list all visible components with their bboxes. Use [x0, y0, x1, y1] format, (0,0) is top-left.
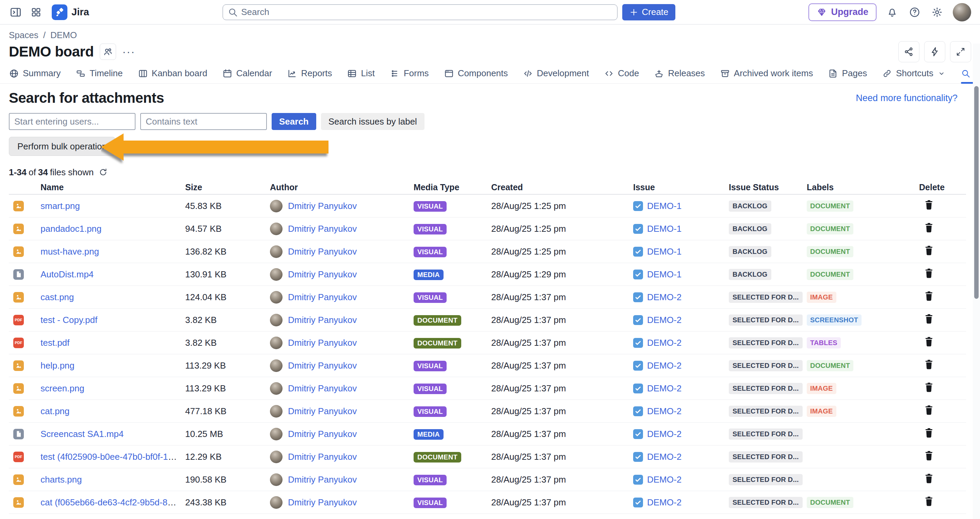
- label-badge: DOCUMENT: [807, 269, 853, 280]
- create-button[interactable]: Create: [622, 4, 675, 21]
- attachment-name-link[interactable]: smart.png: [40, 201, 80, 211]
- author-link[interactable]: Dmitriy Panyukov: [288, 475, 357, 485]
- delete-button[interactable]: [924, 313, 934, 324]
- upgrade-button[interactable]: Upgrade: [808, 3, 877, 21]
- delete-button[interactable]: [924, 222, 934, 233]
- tab-calendar[interactable]: Calendar: [222, 68, 272, 83]
- users-filter-input[interactable]: [9, 113, 135, 130]
- delete-button[interactable]: [924, 450, 934, 461]
- author-link[interactable]: Dmitriy Panyukov: [288, 497, 357, 508]
- user-avatar[interactable]: [953, 3, 971, 21]
- attachment-name-link[interactable]: pandadoc1.png: [40, 224, 102, 234]
- more-options-button[interactable]: ···: [122, 48, 135, 55]
- author-link[interactable]: Dmitriy Panyukov: [288, 315, 357, 325]
- author-link[interactable]: Dmitriy Panyukov: [288, 224, 357, 234]
- fullscreen-button[interactable]: [950, 41, 971, 62]
- issue-link[interactable]: DEMO-2: [647, 292, 681, 303]
- tab-shortcuts[interactable]: Shortcuts: [882, 68, 946, 83]
- author-link[interactable]: Dmitriy Panyukov: [288, 452, 357, 462]
- tab-list[interactable]: List: [347, 68, 374, 83]
- delete-button[interactable]: [924, 427, 934, 438]
- tab-releases[interactable]: Releases: [654, 68, 705, 83]
- author-link[interactable]: Dmitriy Panyukov: [288, 429, 357, 440]
- jira-logo[interactable]: Jira: [52, 5, 89, 20]
- tab-timeline[interactable]: Timeline: [76, 68, 123, 83]
- breadcrumb-project-link[interactable]: DEMO: [50, 30, 77, 41]
- need-more-functionality-link[interactable]: Need more functionality?: [856, 93, 958, 103]
- author-link[interactable]: Dmitriy Panyukov: [288, 338, 357, 348]
- created-date: 28/Aug/25 1:37 pm: [491, 475, 633, 485]
- delete-button[interactable]: [924, 359, 934, 370]
- app-switcher-button[interactable]: [29, 5, 43, 19]
- delete-button[interactable]: [924, 245, 934, 256]
- archive-icon: [720, 68, 730, 79]
- automation-button[interactable]: [924, 41, 945, 62]
- attachment-name-link[interactable]: help.png: [40, 360, 75, 371]
- share-button[interactable]: [898, 41, 920, 62]
- tab-development[interactable]: Development: [523, 68, 589, 83]
- author-link[interactable]: Dmitriy Panyukov: [288, 383, 357, 394]
- attachment-name-link[interactable]: test - Copy.pdf: [40, 315, 97, 325]
- issue-link[interactable]: DEMO-1: [647, 246, 681, 257]
- issue-link[interactable]: DEMO-2: [647, 360, 681, 371]
- delete-button[interactable]: [924, 200, 934, 210]
- delete-button[interactable]: [924, 496, 934, 507]
- help-button[interactable]: [908, 5, 921, 19]
- issue-link[interactable]: DEMO-2: [647, 338, 681, 348]
- attachment-name-link[interactable]: test (4f025909-b0ee-47b0-bf0f-147c8afd: [40, 452, 185, 462]
- global-search[interactable]: [223, 5, 617, 20]
- breadcrumb-spaces-link[interactable]: Spaces: [9, 30, 38, 41]
- tab-kanban-board[interactable]: Kanban board: [138, 68, 207, 83]
- attachment-name-link[interactable]: cat (f065eb66-de63-4cf2-9b5d-843f1b9e: [40, 497, 185, 508]
- author-link[interactable]: Dmitriy Panyukov: [288, 201, 357, 211]
- delete-button[interactable]: [924, 268, 934, 279]
- attachment-name-link[interactable]: cat.png: [40, 406, 70, 416]
- settings-button[interactable]: [930, 5, 944, 19]
- issue-link[interactable]: DEMO-2: [647, 429, 681, 440]
- author-link[interactable]: Dmitriy Panyukov: [288, 406, 357, 417]
- tab-forms[interactable]: Forms: [390, 68, 429, 83]
- issue-link[interactable]: DEMO-2: [647, 383, 681, 394]
- author-link[interactable]: Dmitriy Panyukov: [288, 246, 357, 257]
- delete-button[interactable]: [924, 290, 934, 302]
- author-link[interactable]: Dmitriy Panyukov: [288, 292, 357, 303]
- contains-text-input[interactable]: [140, 113, 267, 130]
- board-members-button[interactable]: [100, 44, 116, 60]
- author-link[interactable]: Dmitriy Panyukov: [288, 269, 357, 280]
- notifications-button[interactable]: [885, 5, 899, 19]
- tab-archived-work-items[interactable]: Archived work items: [720, 68, 813, 83]
- attachment-name-link[interactable]: cast.png: [40, 292, 74, 302]
- issue-link[interactable]: DEMO-1: [647, 201, 681, 211]
- scrollbar-thumb[interactable]: [974, 86, 978, 299]
- issue-link[interactable]: DEMO-1: [647, 224, 681, 234]
- tab-summary[interactable]: Summary: [9, 68, 60, 83]
- delete-button[interactable]: [924, 405, 934, 416]
- issue-link[interactable]: DEMO-2: [647, 497, 681, 508]
- issue-link[interactable]: DEMO-1: [647, 269, 681, 280]
- tab-components[interactable]: Components: [444, 68, 508, 83]
- tab-code[interactable]: Code: [604, 68, 639, 83]
- author-link[interactable]: Dmitriy Panyukov: [288, 360, 357, 371]
- issue-link[interactable]: DEMO-2: [647, 475, 681, 485]
- tab-pages[interactable]: Pages: [828, 68, 867, 83]
- delete-button[interactable]: [924, 336, 934, 347]
- delete-button[interactable]: [924, 473, 934, 484]
- attachment-name-link[interactable]: must-have.png: [40, 246, 99, 257]
- issue-link[interactable]: DEMO-2: [647, 406, 681, 417]
- perform-bulk-operation-button[interactable]: Perform bulk operation: [9, 137, 115, 156]
- issue-link[interactable]: DEMO-2: [647, 315, 681, 325]
- attachment-name-link[interactable]: test.pdf: [40, 338, 70, 348]
- tab-reports[interactable]: Reports: [287, 68, 332, 83]
- refresh-button[interactable]: [99, 167, 108, 177]
- issue-link[interactable]: DEMO-2: [647, 452, 681, 462]
- delete-button[interactable]: [924, 382, 934, 393]
- search-button[interactable]: Search: [272, 113, 316, 130]
- sidebar-toggle-button[interactable]: [9, 5, 22, 19]
- global-search-input[interactable]: [241, 7, 612, 17]
- search-by-label-button[interactable]: Search issues by label: [321, 113, 425, 130]
- attachment-name-link[interactable]: screen.png: [40, 383, 84, 394]
- attachment-name-link[interactable]: Screencast SA1.mp4: [40, 429, 124, 439]
- attachment-name-link[interactable]: AutoDist.mp4: [40, 269, 94, 279]
- page-scrollbar[interactable]: [973, 44, 980, 519]
- attachment-name-link[interactable]: charts.png: [40, 475, 82, 485]
